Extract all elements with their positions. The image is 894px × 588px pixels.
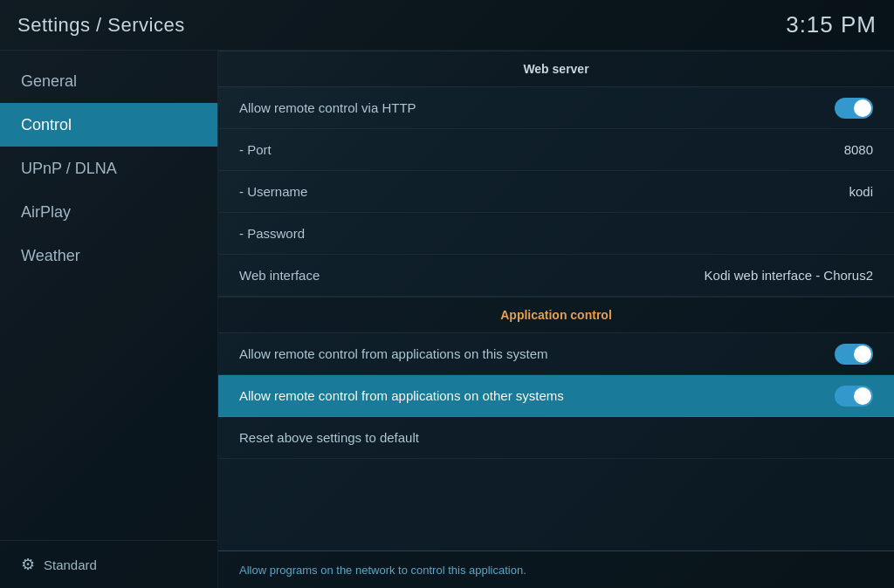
sidebar-item-airplay[interactable]: AirPlay [0,190,217,234]
setting-row-port[interactable]: - Port8080 [218,129,894,171]
setting-value-web-interface: Kodi web interface - Chorus2 [705,268,873,283]
setting-label-username: - Username [239,184,307,199]
section-header-app-control: Application control [218,297,894,333]
sidebar-item-weather[interactable]: Weather [0,234,217,277]
toggle-allow-this-system[interactable] [835,344,873,365]
setting-label-password: - Password [239,226,305,241]
setting-row-allow-http[interactable]: Allow remote control via HTTP [218,87,894,129]
setting-value-username: kodi [849,184,873,199]
toggle-allow-http[interactable] [835,98,873,119]
clock: 3:15 PM [786,11,877,38]
toggle-knob-allow-other-systems [854,387,871,405]
setting-label-allow-this-system: Allow remote control from applications o… [239,346,547,361]
sidebar-nav: GeneralControlUPnP / DLNAAirPlayWeather [0,51,217,540]
sidebar-item-general[interactable]: General [0,59,217,103]
standard-label: Standard [44,557,97,572]
page-title: Settings / Services [17,14,185,37]
section-header-web-server: Web server [218,51,894,87]
setting-label-reset-settings: Reset above settings to default [239,430,419,445]
sidebar-footer[interactable]: ⚙ Standard [0,540,217,588]
sidebar: GeneralControlUPnP / DLNAAirPlayWeather … [0,51,218,588]
setting-row-reset-settings[interactable]: Reset above settings to default [218,417,894,459]
setting-row-password[interactable]: - Password [218,213,894,255]
toggle-knob-allow-this-system [854,345,871,363]
setting-row-allow-other-systems[interactable]: Allow remote control from applications o… [218,375,894,417]
header: Settings / Services 3:15 PM [0,0,894,51]
setting-label-port: - Port [239,142,272,157]
content-scroll: Web serverAllow remote control via HTTP-… [218,51,894,550]
status-bar: Allow programs on the network to control… [218,550,894,588]
setting-label-web-interface: Web interface [239,268,320,283]
setting-value-port: 8080 [844,142,873,157]
toggle-knob-allow-http [854,99,871,117]
content-area: Web serverAllow remote control via HTTP-… [218,51,894,588]
main-layout: GeneralControlUPnP / DLNAAirPlayWeather … [0,51,894,588]
setting-label-allow-other-systems: Allow remote control from applications o… [239,388,564,403]
setting-row-web-interface[interactable]: Web interfaceKodi web interface - Chorus… [218,255,894,297]
status-text: Allow programs on the network to control… [239,564,526,577]
setting-row-allow-this-system[interactable]: Allow remote control from applications o… [218,333,894,375]
setting-label-allow-http: Allow remote control via HTTP [239,100,416,115]
sidebar-item-upnp[interactable]: UPnP / DLNA [0,147,217,190]
sidebar-item-control[interactable]: Control [0,103,217,147]
toggle-allow-other-systems[interactable] [835,386,873,407]
setting-row-username[interactable]: - Usernamekodi [218,171,894,213]
gear-icon: ⚙ [21,555,35,574]
